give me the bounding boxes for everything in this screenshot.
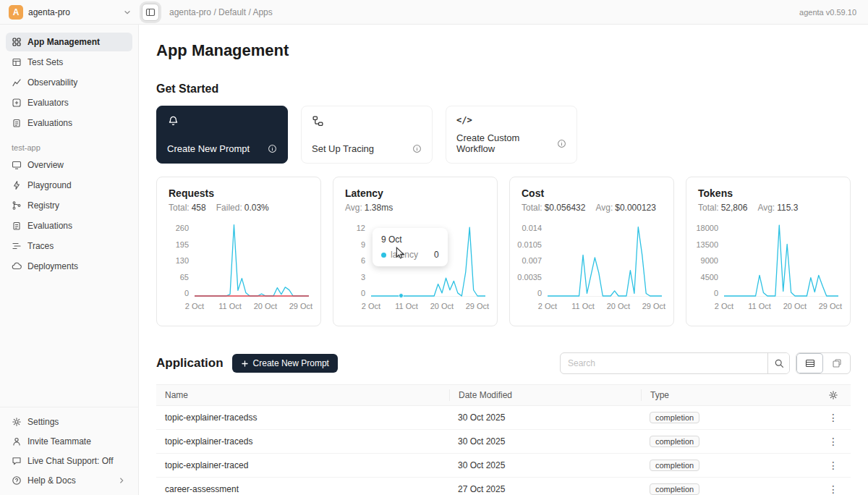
info-icon[interactable] xyxy=(268,144,277,153)
sidebar-item-label: Test Sets xyxy=(27,56,127,69)
row-menu-button[interactable]: ⋮ xyxy=(816,412,851,423)
card-view-button[interactable] xyxy=(823,353,850,373)
stat-label: Avg: xyxy=(595,203,613,213)
stat-value: 52,806 xyxy=(721,203,748,213)
breadcrumb[interactable]: agenta-pro / Default / Apps xyxy=(169,7,799,17)
get-started-cards: Create New Prompt Set Up Tracing </> Cre… xyxy=(156,106,851,164)
workspace-name: agenta-pro xyxy=(28,7,118,17)
type-badge: completion xyxy=(650,412,699,423)
table-row[interactable]: topic-explainer-traceds 30 Oct 2025 comp… xyxy=(156,430,851,454)
app-section-label: test-app xyxy=(0,133,138,155)
sidebar-item-label: App Management xyxy=(27,35,127,48)
app-date-modified: 30 Oct 2025 xyxy=(449,436,641,447)
table-row[interactable]: topic-explainer-tracedss 30 Oct 2025 com… xyxy=(156,406,851,430)
sidebar-item-deployments[interactable]: Deployments xyxy=(6,257,132,276)
tooltip-date: 9 Oct xyxy=(381,234,439,245)
sidebar-item-invite-teammate[interactable]: Invite Teammate xyxy=(6,432,132,451)
column-header-type[interactable]: Type xyxy=(641,389,816,401)
tokens-metric-card: Tokens Total:52,806 Avg:115.3 1800013500… xyxy=(686,177,851,326)
column-header-name[interactable]: Name xyxy=(156,390,449,400)
sidebar-item-settings[interactable]: Settings xyxy=(6,412,132,431)
evaluators-icon xyxy=(12,98,22,108)
create-new-prompt-card[interactable]: Create New Prompt xyxy=(156,106,288,164)
row-menu-button[interactable]: ⋮ xyxy=(816,436,851,447)
app-type: completion xyxy=(641,483,816,495)
cost-metric-card: Cost Total:$0.056432 Avg:$0.000123 0.014… xyxy=(509,177,674,326)
info-icon[interactable] xyxy=(557,139,566,148)
sidebar-toggle-button[interactable] xyxy=(142,4,159,21)
panel-icon xyxy=(145,7,156,17)
gear-icon xyxy=(828,390,838,400)
sidebar-item-observability[interactable]: Observability xyxy=(6,73,132,92)
table-view-button[interactable] xyxy=(796,353,823,373)
y-axis: 260195130650 xyxy=(169,224,195,297)
x-axis: 2 Oct 11 Oct 20 Oct 29 Oct xyxy=(548,302,662,312)
app-name: topic-explainer-tracedss xyxy=(156,412,449,423)
stat-label: Avg: xyxy=(345,203,362,213)
mouse-cursor-icon xyxy=(396,247,406,259)
chat-bubble-icon xyxy=(12,456,22,466)
sidebar-item-traces[interactable]: Traces xyxy=(6,237,132,255)
row-menu-button[interactable]: ⋮ xyxy=(816,460,851,471)
card-label: Create Custom Workflow xyxy=(456,132,557,154)
app-date-modified: 30 Oct 2025 xyxy=(449,412,641,423)
requests-chart-plot[interactable] xyxy=(195,224,309,297)
create-custom-workflow-card[interactable]: </> Create Custom Workflow xyxy=(446,106,577,164)
column-settings-button[interactable] xyxy=(816,390,851,400)
type-badge: completion xyxy=(650,436,699,447)
sidebar-item-live-chat-support[interactable]: Live Chat Support: Off xyxy=(6,452,132,470)
cost-chart xyxy=(548,224,662,296)
sidebar-item-evaluators[interactable]: Evaluators xyxy=(6,93,132,112)
app-date-modified: 27 Oct 2025 xyxy=(449,484,641,494)
search-button[interactable] xyxy=(767,353,789,373)
stat-value: 458 xyxy=(192,203,206,213)
chart-tooltip: 9 Oct latency 0 xyxy=(373,228,448,266)
workspace-selector[interactable]: A agenta-pro xyxy=(0,5,139,20)
cost-chart-plot[interactable] xyxy=(548,224,662,297)
x-axis: 2 Oct 11 Oct 20 Oct 29 Oct xyxy=(195,302,309,312)
monitor-icon xyxy=(12,160,22,170)
view-toggle-group xyxy=(796,352,851,374)
sidebar-item-app-management[interactable]: App Management xyxy=(6,33,132,51)
table-icon xyxy=(12,57,22,67)
table-row[interactable]: topic-explainer-traced 30 Oct 2025 compl… xyxy=(156,454,851,478)
metric-title: Cost xyxy=(522,187,662,199)
bell-icon xyxy=(167,115,179,127)
gear-icon xyxy=(12,417,22,427)
code-icon: </> xyxy=(456,115,566,125)
sidebar-item-label: Evaluations xyxy=(27,219,127,232)
sidebar-item-evaluations-app[interactable]: Evaluations xyxy=(6,216,132,235)
sidebar-item-label: Settings xyxy=(27,415,127,428)
metric-title: Requests xyxy=(169,187,309,199)
row-menu-button[interactable]: ⋮ xyxy=(816,483,851,495)
sidebar-item-registry[interactable]: Registry xyxy=(6,196,132,215)
table-row[interactable]: career-assessment 27 Oct 2025 completion… xyxy=(156,478,851,495)
x-axis: 2 Oct 11 Oct 20 Oct 29 Oct xyxy=(724,302,838,312)
sidebar-item-label: Registry xyxy=(27,199,127,212)
series-dot-icon xyxy=(381,253,386,258)
sidebar-item-label: Evaluators xyxy=(27,96,127,109)
sidebar-item-help-docs[interactable]: Help & Docs xyxy=(6,471,132,490)
search-icon xyxy=(774,358,784,368)
search-input[interactable] xyxy=(561,358,767,368)
set-up-tracing-card[interactable]: Set Up Tracing xyxy=(301,106,433,164)
sidebar-item-evaluations[interactable]: Evaluations xyxy=(6,114,132,132)
app-name: career-assessment xyxy=(156,484,449,494)
sidebar-item-playground[interactable]: Playground xyxy=(6,176,132,195)
tokens-chart-plot[interactable] xyxy=(724,224,838,297)
person-icon xyxy=(12,436,22,447)
sidebar-item-label: Help & Docs xyxy=(27,474,111,487)
help-circle-icon xyxy=(12,475,22,486)
create-new-prompt-button[interactable]: Create New Prompt xyxy=(232,354,338,373)
applications-table: Name Date Modified Type topic-explainer-… xyxy=(156,384,851,495)
type-badge: completion xyxy=(650,460,699,471)
sidebar-item-test-sets[interactable]: Test Sets xyxy=(6,53,132,72)
tracing-tree-icon xyxy=(312,115,324,127)
column-header-date-modified[interactable]: Date Modified xyxy=(449,389,641,401)
application-heading: Application xyxy=(156,356,224,371)
info-icon[interactable] xyxy=(412,144,422,153)
sidebar-item-overview[interactable]: Overview xyxy=(6,156,132,174)
plus-icon xyxy=(241,360,249,368)
x-axis: 2 Oct 11 Oct 20 Oct 29 Oct xyxy=(371,302,485,312)
workspace-avatar[interactable]: A xyxy=(9,5,23,20)
